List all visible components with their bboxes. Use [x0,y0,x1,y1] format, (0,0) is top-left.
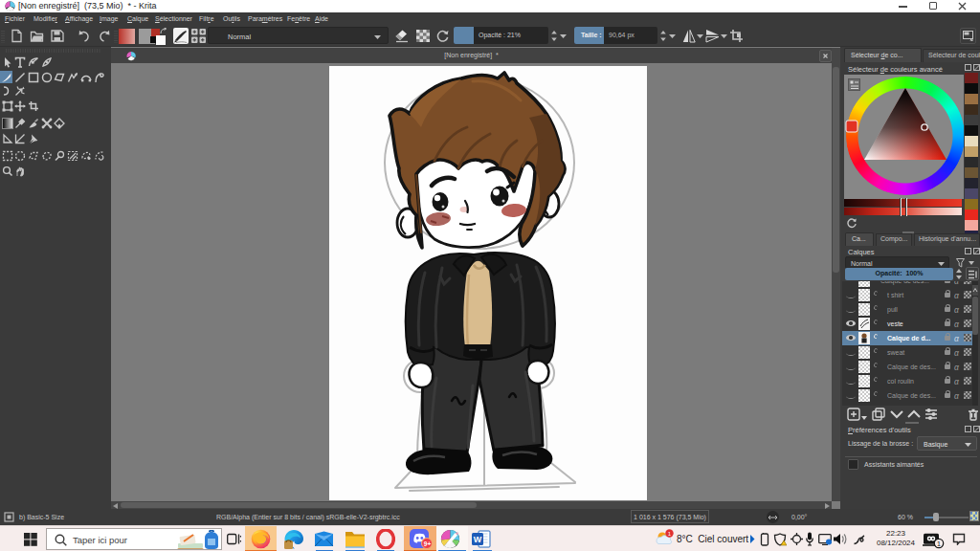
svg-text:W: W [474,535,482,544]
svg-text:1: 1 [937,540,941,547]
